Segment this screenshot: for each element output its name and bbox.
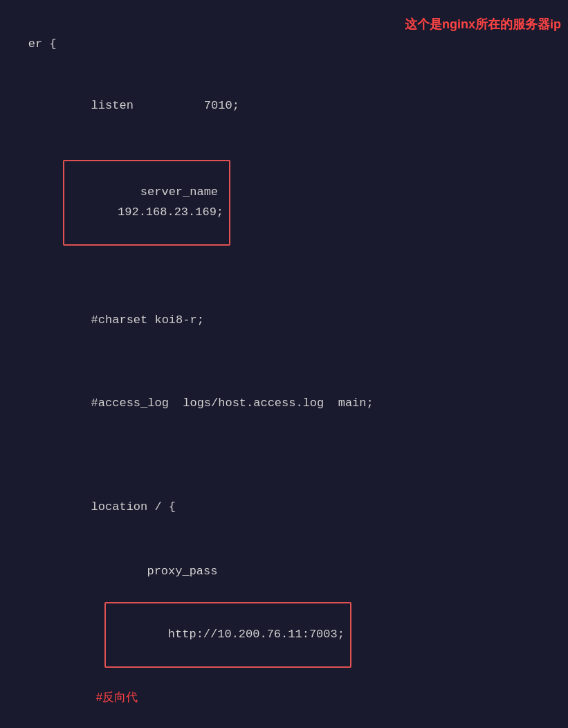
proxy-pass-value-box: http://10.200.76.11:7003; bbox=[104, 602, 351, 668]
proxy-pass-value: http://10.200.76.11:7003; bbox=[168, 628, 345, 641]
proxy-pass-label: proxy_pass bbox=[91, 565, 218, 578]
proxy-pass-line: proxy_pass http://10.200.76.11:7003; #反向… bbox=[0, 541, 568, 728]
proxy-pass-box: http://10.200.76.11:7003; bbox=[62, 648, 351, 684]
opening-brace: er { bbox=[28, 37, 57, 51]
blank-3 bbox=[0, 435, 568, 456]
blank-4 bbox=[0, 456, 568, 477]
code-container: 这个是nginx所在的服务器ip er { listen 7010; serve… bbox=[0, 0, 568, 728]
blank-2 bbox=[0, 352, 568, 373]
charset-text: #charset koi8-r; bbox=[63, 313, 204, 327]
proxy-pass-comment: #反向代 bbox=[96, 691, 138, 704]
opening-brace-line: er { bbox=[0, 14, 568, 75]
listen-text: listen 7010; bbox=[63, 99, 239, 112]
location-slash-text: location / { bbox=[63, 500, 176, 513]
server-name-label: server_name bbox=[112, 185, 218, 199]
access-log-line: #access_log logs/host.access.log main; bbox=[0, 373, 568, 435]
listen-line: listen 7010; bbox=[0, 75, 568, 137]
blank-1 bbox=[0, 269, 568, 291]
server-name-value: 192.168.23.169; bbox=[118, 206, 223, 219]
server-name-line: server_name 192.168.23.169; bbox=[0, 139, 568, 266]
charset-line: #charset koi8-r; bbox=[0, 291, 568, 352]
access-log-text: #access_log logs/host.access.log main; bbox=[63, 397, 374, 410]
server-name-box: server_name 192.168.23.169; bbox=[63, 160, 230, 246]
location-slash-line: location / { bbox=[0, 477, 568, 539]
